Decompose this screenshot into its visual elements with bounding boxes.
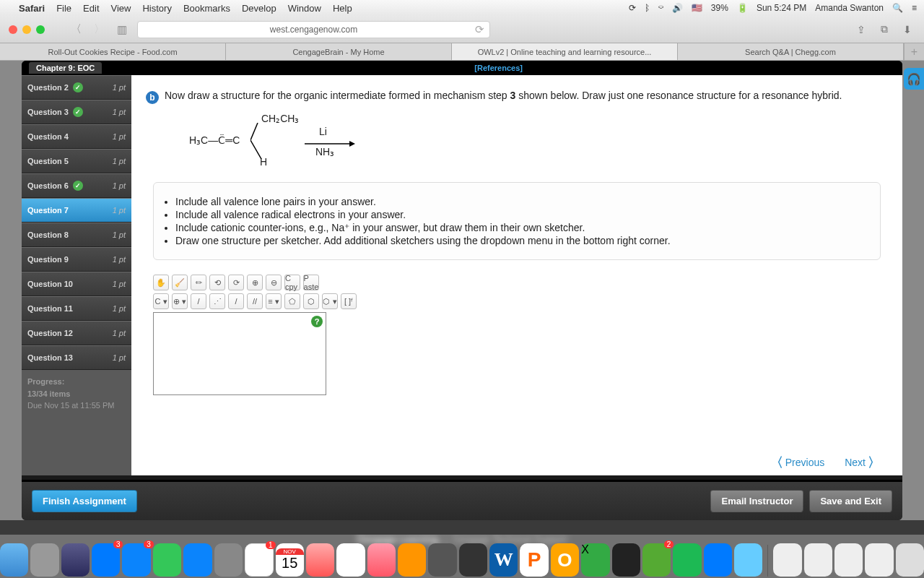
dock-app3-icon[interactable]: 2 [642,543,671,577]
dock-launchpad-icon[interactable] [30,543,58,577]
back-button[interactable]: 〈 [68,22,84,38]
dock-missioncontrol-icon[interactable] [61,543,90,577]
sketcher-tool[interactable]: // [247,293,263,309]
dock-app2-icon[interactable] [428,543,456,577]
menu-edit[interactable]: Edit [83,3,99,14]
address-bar[interactable]: west.cengagenow.com [137,21,490,38]
dock-doc-icon[interactable] [773,543,801,577]
sidebar-item-question-10[interactable]: Question 101 pt [22,272,131,296]
dock-spotify-icon[interactable] [673,543,701,577]
dock-doc2-icon[interactable] [804,543,832,577]
sketcher-tool[interactable]: ⟳ [228,275,244,290]
sketcher-tool[interactable]: ⊕ [247,275,263,290]
dock-photobooth-icon[interactable] [612,543,640,577]
new-tab-button[interactable]: + [904,43,924,60]
menu-window[interactable]: Window [288,3,321,14]
dock-word-icon[interactable]: W [489,543,518,577]
references-link[interactable]: [References] [474,64,523,72]
dock-calendar-icon[interactable]: NOV15 [276,543,304,577]
sidebar-item-question-2[interactable]: Question 2✓1 pt [22,75,131,100]
menu-bookmarks[interactable]: Bookmarks [183,3,230,14]
sketcher-tool[interactable]: ⊕ ▾ [172,293,188,309]
dock-settings-icon[interactable] [459,543,487,577]
dock-folder-icon[interactable] [734,543,762,577]
dock-itunes-icon[interactable] [367,543,396,577]
sketcher-tool[interactable]: ⬡ ▾ [322,293,338,309]
menu-help[interactable]: Help [333,3,352,14]
sidebar-item-question-12[interactable]: Question 121 pt [22,321,131,345]
wifi-icon[interactable]: ⌔ [658,3,663,13]
share-icon[interactable]: ⇪ [853,22,869,38]
dock-doc4-icon[interactable] [865,543,893,577]
dock-trash-icon[interactable] [896,543,924,577]
previous-button[interactable]: 〈Previous [770,454,824,471]
tab-1[interactable]: CengageBrain - My Home [226,43,452,60]
sketcher-tool[interactable]: [ ]ᶠ [341,293,357,309]
dock-app-icon[interactable] [306,543,334,577]
sketcher-tool[interactable]: / [228,293,244,309]
battery-icon[interactable]: 🔋 [737,3,748,13]
menu-history[interactable]: History [142,3,171,14]
zoom-icon[interactable] [36,25,45,34]
sketcher-tool[interactable]: ⬡ [303,293,319,309]
downloads-icon[interactable]: ⬇ [899,22,915,38]
dock-photos-icon[interactable] [336,543,365,577]
molecule-sketcher[interactable]: ✋🧹✏⟲⟳⊕⊖C cpyP aste C ▾⊕ ▾/⋰///≡ ▾⬠⬡⬡ ▾[ … [153,275,881,395]
menu-file[interactable]: File [56,3,71,14]
menu-develop[interactable]: Develop [242,3,276,14]
dock-ibooks-icon[interactable] [398,543,426,577]
menu-icon[interactable]: ≡ [912,3,917,13]
spotlight-icon[interactable]: 🔍 [892,3,903,13]
dock-appstore-icon[interactable]: 3 [92,543,120,577]
dock-office-icon[interactable]: O [551,543,579,577]
sidebar-item-question-5[interactable]: Question 51 pt [22,149,131,173]
email-instructor-button[interactable]: Email Instructor [710,490,803,512]
clock[interactable]: Sun 5:24 PM [757,3,806,13]
sketcher-tool[interactable]: 🧹 [172,275,188,290]
tab-3[interactable]: Search Q&A | Chegg.com [678,43,904,60]
app-name[interactable]: Safari [19,3,45,14]
sketcher-tool[interactable]: ✏ [191,275,206,290]
sidebar-item-question-4[interactable]: Question 41 pt [22,124,131,149]
sketcher-tool[interactable]: ⋰ [209,293,225,309]
sidebar-item-question-3[interactable]: Question 3✓1 pt [22,100,131,124]
sidebar-item-question-9[interactable]: Question 91 pt [22,247,131,272]
tab-2[interactable]: OWLv2 | Online teaching and learning res… [452,43,678,60]
dock-mail-icon[interactable]: 1 [245,543,274,577]
save-and-exit-button[interactable]: Save and Exit [809,490,892,512]
sidebar-item-question-8[interactable]: Question 81 pt [22,223,131,247]
dock-powerpoint-icon[interactable]: P [520,543,548,577]
dock-finder-icon[interactable] [0,543,28,577]
sketcher-tool[interactable]: P aste [303,275,319,290]
dock-excel-icon[interactable]: X [581,543,609,577]
sketcher-tool[interactable]: ⟲ [209,275,225,290]
sketcher-tool[interactable]: ⊖ [266,275,282,290]
dock-messages-icon[interactable] [183,543,212,577]
sketcher-tool[interactable]: / [191,293,206,309]
sidebar-item-question-7[interactable]: Question 71 pt [22,198,131,223]
sidebar-item-question-6[interactable]: Question 6✓1 pt [22,173,131,198]
support-headset-icon[interactable]: 🎧 [904,68,924,90]
tab-0[interactable]: Roll-Out Cookies Recipe - Food.com [0,43,226,60]
volume-icon[interactable]: 🔊 [672,3,683,13]
dock-systemprefs-icon[interactable] [214,543,243,577]
dock-doc3-icon[interactable] [834,543,863,577]
sidebar-toggle-icon[interactable]: ▥ [114,22,130,38]
help-icon[interactable]: ? [311,316,323,327]
finish-assignment-button[interactable]: Finish Assignment [32,490,137,512]
forward-button[interactable]: 〉 [91,22,107,38]
user-name[interactable]: Amanda Swanton [815,3,884,13]
bluetooth-icon[interactable]: ᛒ [645,3,650,13]
dock-safari-icon[interactable]: 3 [122,543,150,577]
sketcher-tool[interactable]: ✋ [153,275,169,290]
sync-icon[interactable]: ⟳ [629,3,636,13]
dock-facetime-icon[interactable] [153,543,181,577]
sidebar-item-question-13[interactable]: Question 131 pt [22,345,131,370]
tabs-icon[interactable]: ⧉ [876,22,892,38]
chapter-tab[interactable]: Chapter 9: EOC [29,62,102,74]
sketcher-tool[interactable]: ≡ ▾ [266,293,282,309]
sketcher-tool[interactable]: ⬠ [284,293,300,309]
minimize-icon[interactable] [22,25,31,34]
dock-appstore2-icon[interactable] [704,543,732,577]
next-button[interactable]: Next〉 [845,454,881,471]
